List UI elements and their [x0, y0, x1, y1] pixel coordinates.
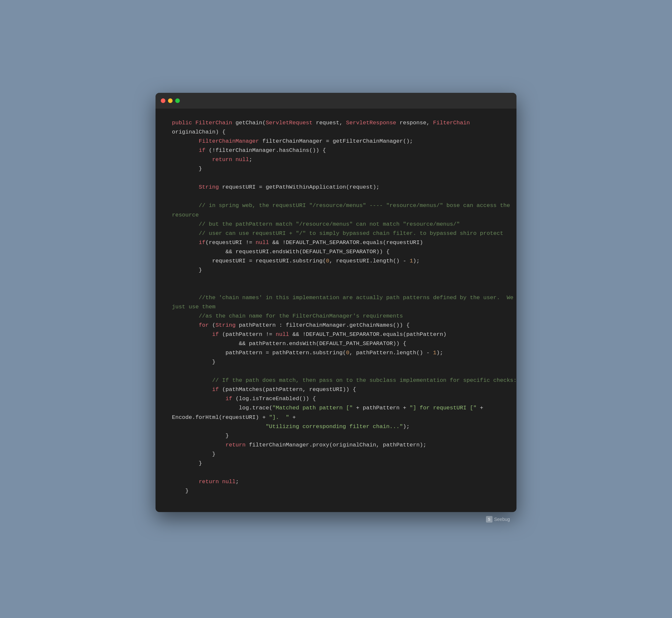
- maximize-button[interactable]: [175, 98, 180, 103]
- seebug-label: Seebug: [494, 517, 510, 522]
- titlebar: [156, 93, 516, 109]
- minimize-button[interactable]: [168, 98, 173, 103]
- code-content: public FilterChain getChain(ServletReque…: [156, 109, 516, 512]
- seebug-logo: S Seebug: [486, 516, 510, 523]
- code-window: public FilterChain getChain(ServletReque…: [156, 93, 516, 512]
- close-button[interactable]: [161, 98, 165, 103]
- seebug-icon: S: [486, 516, 492, 523]
- seebug-watermark: S Seebug: [156, 512, 516, 525]
